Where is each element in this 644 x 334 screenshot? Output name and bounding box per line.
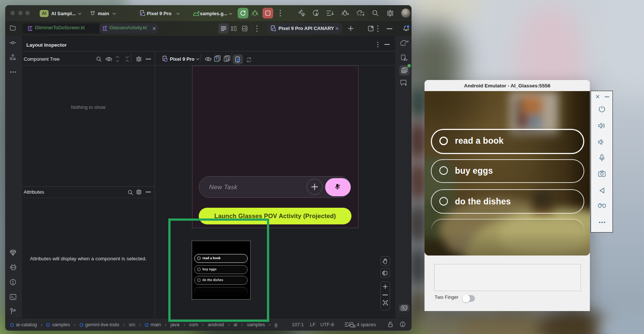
- svg-text:A: A: [315, 13, 318, 17]
